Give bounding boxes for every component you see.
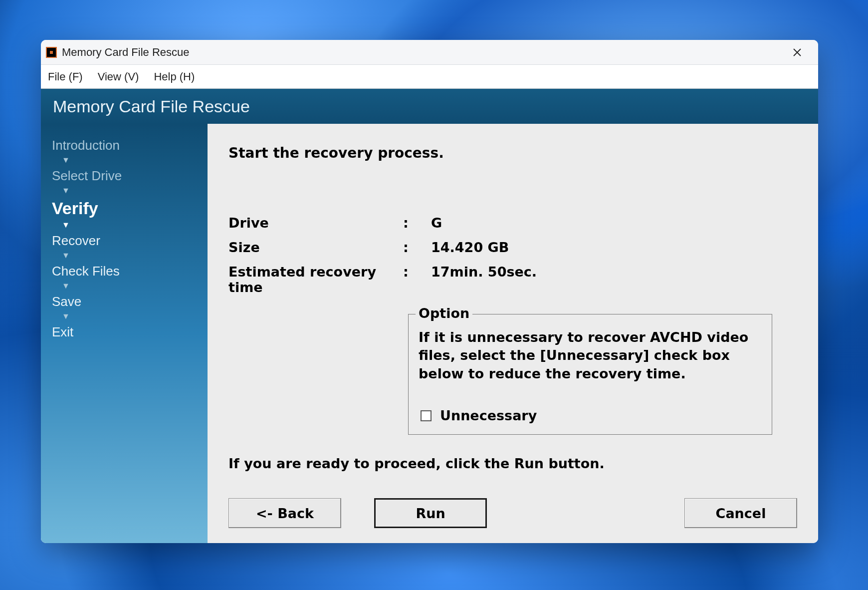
size-value: 14.420 GB (428, 240, 797, 255)
button-row: <- Back Run Cancel (228, 478, 797, 528)
cancel-button[interactable]: Cancel (684, 498, 797, 528)
back-button[interactable]: <- Back (228, 498, 341, 528)
run-button[interactable]: Run (374, 498, 487, 528)
time-value: 17min. 50sec. (428, 264, 797, 295)
chevron-down-icon: ▼ (62, 156, 197, 164)
chevron-down-icon: ▼ (62, 282, 197, 290)
time-label: Estimated recovery time (228, 264, 403, 295)
menu-view[interactable]: View (V) (97, 68, 140, 85)
sidebar-step-save: Save (52, 294, 197, 309)
drive-value: G (428, 215, 797, 231)
chevron-down-icon: ▼ (62, 221, 197, 229)
proceed-text: If you are ready to proceed, click the R… (228, 456, 797, 471)
unnecessary-checkbox[interactable] (421, 410, 432, 421)
close-icon (793, 48, 802, 57)
option-legend: Option (416, 305, 472, 321)
titlebar: Memory Card File Rescue (41, 40, 818, 65)
page-heading: Start the recovery process. (228, 145, 797, 161)
sidebar-step-verify: Verify (52, 199, 197, 218)
chevron-down-icon: ▼ (62, 312, 197, 320)
info-table: Drive : G Size : 14.420 GB Estimated rec… (228, 206, 797, 304)
option-group: Option If it is unnecessary to recover A… (408, 314, 772, 435)
menubar: File (F) View (V) Help (H) (41, 65, 818, 89)
sidebar-step-check-files: Check Files (52, 264, 197, 279)
window-title: Memory Card File Rescue (62, 46, 190, 59)
content-panel: Start the recovery process. Drive : G Si… (208, 124, 818, 543)
close-button[interactable] (781, 40, 813, 65)
sidebar-step-introduction: Introduction (52, 138, 197, 153)
drive-label: Drive (228, 215, 403, 231)
menu-help[interactable]: Help (H) (153, 68, 196, 85)
banner-title: Memory Card File Rescue (53, 97, 250, 116)
app-banner: Memory Card File Rescue (41, 89, 818, 124)
sidebar-step-exit: Exit (52, 324, 197, 340)
chevron-down-icon: ▼ (62, 252, 197, 260)
sidebar: Introduction ▼ Select Drive ▼ Verify ▼ R… (41, 124, 208, 543)
app-icon (46, 47, 57, 58)
sidebar-step-recover: Recover (52, 233, 197, 249)
sidebar-step-select-drive: Select Drive (52, 168, 197, 184)
menu-file[interactable]: File (F) (47, 68, 84, 85)
chevron-down-icon: ▼ (62, 187, 197, 195)
unnecessary-label[interactable]: Unnecessary (440, 408, 537, 423)
size-label: Size (228, 240, 403, 255)
app-window: Memory Card File Rescue File (F) View (V… (41, 40, 818, 543)
option-text: If it is unnecessary to recover AVCHD vi… (419, 328, 762, 383)
